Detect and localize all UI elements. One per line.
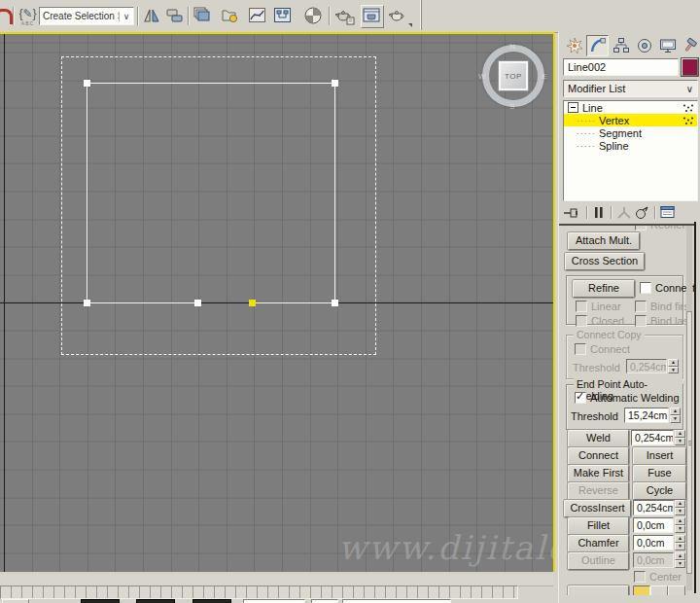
connect-copy-threshold-value[interactable]: 0,254cm: [626, 359, 667, 373]
spinner-down-icon[interactable]: ▼: [675, 525, 685, 533]
spinner-down-icon[interactable]: ▼: [668, 367, 679, 374]
spinner-up-icon[interactable]: ▲: [670, 408, 681, 415]
spline-edge-bottom-left[interactable]: [87, 302, 198, 304]
render-production-icon[interactable]: [388, 6, 409, 25]
pin-stack-icon[interactable]: [563, 205, 582, 220]
spinner-up-icon[interactable]: ▲: [675, 500, 685, 508]
fuse-button[interactable]: Fuse: [633, 465, 686, 482]
outline-value[interactable]: 0,0cm: [633, 552, 674, 568]
collapse-box-icon[interactable]: [568, 102, 578, 113]
vertex-top-right[interactable]: [332, 80, 338, 87]
cross-insert-button[interactable]: CrossInsert: [564, 500, 631, 517]
center-checkbox[interactable]: Center: [634, 571, 682, 583]
spinner-up-icon[interactable]: ▲: [668, 359, 679, 367]
make-first-button[interactable]: Make First: [568, 465, 629, 482]
render-flyout-caret[interactable]: [408, 23, 412, 27]
remove-modifier-icon[interactable]: [633, 205, 650, 220]
scene-container-icon[interactable]: [221, 6, 240, 25]
boolean-button-partial[interactable]: [568, 585, 629, 595]
rollout-scrollbar[interactable]: [686, 226, 692, 590]
auto-weld-threshold-value[interactable]: 15,24cm: [624, 408, 669, 423]
compass-w[interactable]: W: [478, 72, 486, 81]
fillet-value[interactable]: 0,0cm: [633, 517, 674, 533]
chamfer-value[interactable]: 0,0cm: [633, 535, 674, 550]
modifier-list-dropdown-icon[interactable]: ∨: [682, 84, 697, 94]
boolean-subtract-button[interactable]: [650, 585, 668, 595]
configure-modifier-sets-icon[interactable]: [659, 205, 677, 220]
vertex-top-left[interactable]: [84, 80, 90, 87]
connect-button[interactable]: Connect: [568, 447, 629, 465]
tab-utilities[interactable]: [680, 35, 700, 56]
tab-hierarchy[interactable]: [610, 35, 632, 56]
cross-insert-value[interactable]: 0,254cm: [633, 500, 674, 515]
combo-dropdown-icon[interactable]: ∨: [119, 12, 133, 21]
spline-edge-right[interactable]: [334, 83, 336, 302]
fillet-spinner[interactable]: 0,0cm ▲▼: [633, 517, 685, 533]
stack-row-segment[interactable]: ····· Segment: [564, 126, 697, 139]
reverse-button[interactable]: Reverse: [568, 482, 629, 500]
vertex-bottom-right[interactable]: [332, 300, 338, 306]
spline-edge-top[interactable]: [87, 83, 335, 85]
named-selection-sets-icon[interactable]: {✎} ABC: [17, 6, 39, 28]
coord-x-field-partial[interactable]: [81, 599, 120, 603]
spinner-down-icon[interactable]: ▼: [670, 415, 681, 423]
boolean-intersect-button[interactable]: [668, 585, 685, 595]
align-icon[interactable]: [165, 7, 185, 24]
show-end-result-icon[interactable]: [591, 205, 607, 220]
stack-row-vertex[interactable]: ····· Vertex: [564, 114, 697, 126]
viewport-top[interactable]: N S W E TOP www.dijitalde: [0, 32, 555, 574]
connect-copy-threshold-spinner[interactable]: 0,254cm ▲▼: [626, 359, 679, 373]
modifier-stack[interactable]: Line ····· Vertex ····· Segment ····· Sp…: [563, 100, 698, 201]
coord-y-field-partial[interactable]: [136, 599, 175, 603]
cross-insert-spinner[interactable]: 0,254cm ▲▼: [633, 500, 685, 515]
linear-checkbox[interactable]: Linear: [576, 301, 621, 312]
layer-manager-icon[interactable]: [192, 6, 212, 25]
material-editor-icon[interactable]: [302, 5, 324, 26]
spinner-down-icon[interactable]: ▼: [675, 543, 685, 550]
vertex-bottom-left[interactable]: [84, 300, 90, 306]
viewcube-face-top[interactable]: TOP: [498, 60, 529, 91]
refine-button[interactable]: Refine: [573, 280, 635, 298]
bind-last-checkbox[interactable]: Bind last: [635, 315, 691, 327]
bind-first-checkbox[interactable]: Bind first: [635, 301, 692, 312]
spinner-up-icon[interactable]: ▲: [675, 552, 685, 560]
auto-weld-threshold-spinner[interactable]: 15,24cm ▲▼: [624, 408, 681, 423]
stack-row-line[interactable]: Line: [564, 101, 697, 114]
cycle-button[interactable]: Cycle: [633, 482, 686, 500]
vertex-bottom-mid[interactable]: [194, 300, 201, 306]
vertex-selected[interactable]: [249, 300, 256, 306]
spinner-up-icon[interactable]: ▲: [675, 517, 685, 525]
spinner-up-icon[interactable]: ▲: [675, 430, 685, 438]
schematic-view-icon[interactable]: [273, 6, 293, 25]
reorient-checkbox[interactable]: Reorient: [635, 226, 689, 231]
spinner-down-icon[interactable]: ▼: [675, 508, 685, 515]
tab-modify[interactable]: [586, 35, 609, 56]
stack-row-spline[interactable]: ····· Spline: [564, 139, 697, 152]
scrollbar-thumb[interactable]: [686, 311, 692, 574]
track-bar[interactable]: [0, 585, 518, 599]
tab-create[interactable]: [563, 35, 585, 56]
rendered-frame-window-icon[interactable]: [361, 5, 384, 28]
outline-button[interactable]: Outline: [568, 552, 629, 570]
coord-z-field-partial[interactable]: [192, 599, 231, 603]
spinner-up-icon[interactable]: ▲: [675, 535, 685, 543]
tab-display[interactable]: [656, 35, 679, 56]
render-setup-icon[interactable]: [334, 6, 356, 25]
outline-spinner[interactable]: 0,0cm ▲▼: [633, 552, 685, 568]
weld-value[interactable]: 0,254cm: [631, 430, 674, 445]
weld-spinner[interactable]: 0,254cm ▲▼: [631, 430, 685, 445]
object-color-swatch[interactable]: [682, 58, 698, 76]
spline-edge-left[interactable]: [87, 83, 88, 302]
modifier-list-dropdown[interactable]: Modifier List ∨: [563, 80, 698, 97]
spinner-down-icon[interactable]: ▼: [675, 560, 685, 568]
spline-edge-bottom-right[interactable]: [251, 302, 335, 304]
spinner-down-icon[interactable]: ▼: [675, 438, 685, 445]
closed-checkbox[interactable]: Closed: [576, 315, 624, 327]
compass-e[interactable]: E: [542, 72, 546, 81]
chamfer-button[interactable]: Chamfer: [568, 535, 629, 552]
snap-magnet-icon[interactable]: [0, 9, 13, 24]
status-button-partial[interactable]: [2, 599, 29, 603]
automatic-welding-checkbox[interactable]: Automatic Welding: [575, 392, 680, 404]
boolean-union-button[interactable]: [633, 585, 650, 595]
attach-mult-button[interactable]: Attach Mult.: [568, 232, 640, 250]
